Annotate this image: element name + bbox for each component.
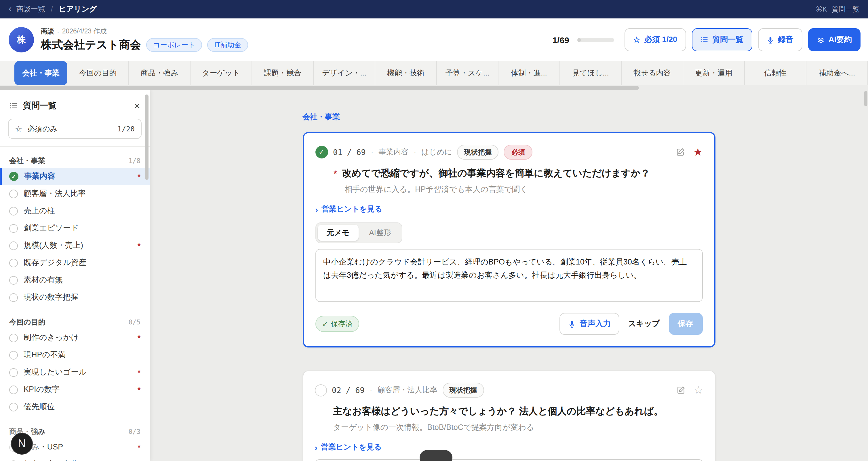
question-list-item[interactable]: 実現したいゴール* (0, 364, 150, 381)
top-navbar: ‹ 商談一覧 / ヒアリング ⌘K 質問一覧 (0, 0, 868, 19)
category-tab[interactable]: デザイン・... (314, 61, 375, 85)
question-list-item[interactable]: 制作のきっかけ* (0, 329, 150, 346)
sales-hint-link[interactable]: › 営業ヒントを見る (315, 204, 703, 214)
skip-button[interactable]: スキップ (628, 319, 660, 329)
category-tab[interactable]: 補助金へ... (806, 61, 868, 85)
section-label: 今回の目的 (9, 317, 45, 327)
category-tab[interactable]: 課題・競合 (252, 61, 314, 85)
layers-icon (816, 36, 825, 44)
dev-tools-badge[interactable]: N (11, 433, 33, 455)
edit-icon[interactable] (676, 147, 685, 157)
question-item-label: 既存デジタル資産 (24, 258, 87, 268)
question-list-item[interactable]: 現HPの不満 (0, 346, 150, 364)
category-tabbar: 会社・事業今回の目的商品・強みターゲット課題・競合デザイン・...機能・技術予算… (0, 61, 868, 85)
vertical-scrollbar[interactable] (864, 91, 867, 106)
question-number: 02 / 69 (332, 385, 365, 395)
list-icon (700, 36, 708, 44)
company-info: 商談 · 2026/4/23 作成 株式会社テスト商会 コーポレート IT補助金 (41, 27, 248, 52)
saved-badge: ✓ 保存済 (315, 316, 360, 332)
required-filter-button[interactable]: ☆ 必須 1/20 (624, 28, 686, 51)
question-list-item[interactable]: 素材の有無 (0, 271, 150, 289)
category-tab[interactable]: ターゲット (190, 61, 252, 85)
question-list-item[interactable]: KPIの数字* (0, 381, 150, 398)
category-tab[interactable]: 体制・進... (498, 61, 560, 85)
question-list-item[interactable]: 売上の柱 (0, 202, 150, 220)
record-meta: 商談 · 2026/4/23 作成 (41, 27, 248, 36)
question-list-item[interactable]: 顧客層・法人比率 (0, 185, 150, 202)
question-list-item[interactable]: 現状の数字把握 (0, 289, 150, 306)
edit-icon[interactable] (677, 385, 686, 395)
question-list-item[interactable]: 創業エピソード (0, 220, 150, 237)
breadcrumb-separator: / (51, 5, 53, 13)
question-item-label: 事業内容 (24, 171, 55, 181)
breadcrumb-current: ヒアリング (59, 4, 97, 15)
required-asterisk: * (137, 334, 141, 342)
sales-hint-link[interactable]: › 営業ヒントを見る (315, 442, 703, 452)
required-badge: 必須 (504, 145, 533, 160)
question-number: 01 / 69 (333, 147, 366, 157)
chevron-right-icon: › (315, 205, 318, 213)
status-badge: 現状把握 (457, 145, 499, 160)
answer-textarea[interactable]: 中小企業むけのクラウド会計サービス、経理のBPOもやっている。創業10年、従業員… (315, 249, 703, 302)
required-asterisk: * (137, 172, 141, 181)
star-outline-icon: ☆ (15, 124, 22, 134)
section-count: 0/3 (128, 428, 141, 436)
unanswered-circle-icon (315, 384, 327, 396)
question-section: 会社・事業1/8✓事業内容*顧客層・法人比率売上の柱創業エピソード規模(人数・売… (0, 154, 150, 306)
category-anchor-link[interactable]: 会社・事業 (303, 112, 340, 122)
sidebar-scrollbar[interactable] (145, 94, 149, 180)
question-list-item[interactable]: 規模(人数・売上)* (0, 237, 150, 254)
question-list-item[interactable]: 優先順位 (0, 398, 150, 415)
category-tab[interactable]: 見てほし... (560, 61, 622, 85)
section-count: 0/5 (128, 318, 141, 326)
progress-bar (577, 38, 614, 42)
question-item-label: 素材の有無 (24, 275, 63, 285)
ai-summary-button[interactable]: AI要約 (808, 28, 861, 51)
star-outline-icon: ☆ (633, 36, 640, 44)
main-panel: 会社・事業 ✓ 01 / 69 · 事業内容 · はじめに 現状把握 必須 (150, 90, 868, 461)
list-icon (9, 102, 18, 110)
category-tab[interactable]: 載せる内容 (622, 61, 683, 85)
category-tab[interactable]: 今回の目的 (67, 61, 129, 85)
category-tab[interactable]: 商品・強み (129, 61, 190, 85)
back-label: 商談一覧 (17, 4, 45, 14)
close-icon[interactable]: ✕ (134, 101, 141, 110)
shortcut-hint[interactable]: ⌘K 質問一覧 (816, 4, 859, 14)
required-only-filter[interactable]: ☆ 必須のみ 1/20 (8, 119, 142, 139)
meta-dot: · (57, 28, 59, 35)
question-title: 改めてで恐縮ですが、御社の事業内容を簡単に教えていただけますか？ (342, 168, 650, 178)
horizontal-scrollbar[interactable] (0, 86, 639, 90)
category-tab[interactable]: 機能・技術 (375, 61, 437, 85)
question-list-item[interactable]: 顧客の褒め言葉 (0, 456, 150, 461)
question-subtitle: 相手の世界に入る。HP予習済でも本人の言葉で聞く (344, 184, 703, 195)
question-list-button[interactable]: 質問一覧 (691, 28, 752, 51)
question-list-item[interactable]: 既存デジタル資産 (0, 254, 150, 271)
star-filled-icon[interactable]: ★ (693, 147, 703, 157)
required-asterisk: * (137, 368, 141, 377)
question-list-item[interactable]: ✓事業内容* (0, 168, 150, 185)
record-button[interactable]: 録音 (758, 28, 802, 51)
category-tab[interactable]: 会社・事業 (14, 61, 67, 85)
tab-ai-format[interactable]: AI整形 (360, 225, 400, 241)
back-link[interactable]: ‹ 商談一覧 (9, 4, 45, 14)
radio-circle-icon (9, 258, 18, 267)
tab-original-memo[interactable]: 元メモ (317, 225, 359, 241)
category-tab[interactable]: 予算・スケ... (437, 61, 498, 85)
voice-input-button[interactable]: 音声入力 (559, 313, 619, 335)
question-item-label: KPIの数字 (24, 384, 60, 395)
progress-label: 1/69 (552, 35, 569, 45)
radio-circle-icon (9, 207, 18, 215)
section-header: 会社・事業1/8 (0, 154, 150, 168)
required-asterisk: * (137, 385, 141, 394)
question-item-label: 実現したいゴール (24, 367, 87, 377)
answer-textarea[interactable] (315, 459, 703, 461)
question-card-2: 02 / 69 · 顧客層・法人比率 現状把握 ☆ 主なお客様はどういった方々で… (303, 371, 715, 461)
question-topic: 顧客層・法人比率 (378, 385, 437, 395)
category-tab[interactable]: 信頼性 (745, 61, 806, 85)
category-tab[interactable]: 更新・運用 (683, 61, 745, 85)
save-button[interactable]: 保存 (669, 313, 703, 335)
question-list-sidebar: 質問一覧 ✕ ☆ 必須のみ 1/20 会社・事業1/8✓事業内容*顧客層・法人比… (0, 90, 150, 461)
question-item-label: 優先順位 (24, 402, 55, 412)
star-outline-icon[interactable]: ☆ (694, 385, 703, 395)
tag-badge-subsidy: IT補助金 (208, 38, 248, 52)
